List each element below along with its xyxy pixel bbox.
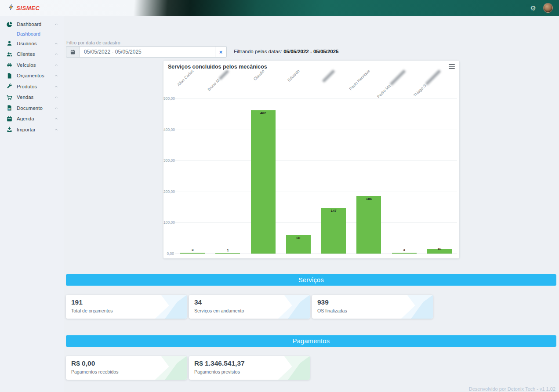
stat-label: Serviços em andamento: [194, 308, 305, 313]
chevron-up-icon: [54, 41, 58, 46]
payments-section-header: Pagamentos: [66, 335, 556, 347]
chart-gridline: [175, 160, 457, 161]
chart-gridline: [175, 222, 457, 223]
hamburger-menu-icon[interactable]: [449, 64, 455, 69]
chevron-up-icon: [54, 106, 58, 110]
svg-text:W: W: [8, 108, 11, 110]
user-avatar[interactable]: [543, 3, 553, 13]
top-header-bar: SISMEC ⚙: [0, 0, 559, 16]
chart-bar: [180, 253, 205, 254]
sidebar-item-label: Documento: [17, 105, 54, 111]
header-actions: ⚙: [530, 3, 553, 13]
stat-label: Pagamentos recebidos: [71, 369, 181, 374]
chart-plot-area: 500,00400,00300,00200,00100,000,00314626…: [175, 98, 457, 254]
users-icon: [6, 51, 13, 58]
service-stat-card: 34Serviços em andamento: [189, 295, 310, 319]
sidebar-item-produtos[interactable]: Produtos: [0, 81, 64, 92]
app-logo[interactable]: SISMEC: [8, 4, 40, 12]
cart-icon: [6, 94, 13, 101]
word-file-icon: W: [6, 105, 13, 111]
sidebar-item-label: Orçamentos: [17, 73, 54, 78]
bar-value-label: 60: [281, 236, 316, 240]
gear-icon[interactable]: ⚙: [530, 5, 536, 11]
services-cards-row: 191Total de orçamentos34Serviços em anda…: [66, 295, 433, 319]
redacted-name-blur: [425, 69, 441, 86]
date-filter-group: ×: [66, 46, 227, 58]
sidebar-item-label: Agenda: [17, 116, 54, 121]
chart-gridline: [175, 254, 457, 254]
sidebar-item-veiculos[interactable]: Veículos: [0, 60, 64, 71]
chart-bar: [251, 110, 276, 254]
chart-gridline: [175, 130, 457, 130]
bar-value-label: 3: [387, 248, 422, 252]
y-axis-tick-label: 200,00: [163, 189, 174, 194]
bar-value-label: 3: [175, 248, 210, 252]
services-section-header: Serviços: [66, 274, 556, 286]
dashboard-page: SISMEC ⚙ DashboardDashboardUsuáriosClien…: [0, 0, 559, 392]
calendar-icon: [6, 116, 13, 122]
sidebar-item-label: Clientes: [17, 51, 54, 57]
y-axis-tick-label: 100,00: [163, 220, 174, 225]
chart-gridline: [175, 192, 457, 192]
service-stat-card: 191Total de orçamentos: [66, 295, 187, 319]
sidebar-item-agenda[interactable]: Agenda: [0, 113, 64, 124]
sidebar-item-usuarios[interactable]: Usuários: [0, 38, 64, 49]
sidebar-item-label: Vendas: [17, 94, 54, 100]
chart-bar: [321, 208, 346, 254]
payments-cards-row: R$ 0,00Pagamentos recebidosR$ 1.346.541,…: [66, 356, 310, 380]
filter-status-prefix: Filtrando pelas datas:: [234, 49, 283, 54]
sidebar-item-orcamentos[interactable]: Orçamentos: [0, 70, 64, 81]
document-icon: [6, 73, 13, 79]
bar-value-label: 16: [422, 247, 457, 251]
stat-label: Total de orçamentos: [71, 308, 181, 313]
sidebar-item-label: Produtos: [17, 84, 54, 89]
sidebar-item-importar[interactable]: Importar: [0, 124, 64, 135]
y-axis-tick-label: 0,00: [163, 251, 174, 256]
sidebar-item-documento[interactable]: WDocumento: [0, 103, 64, 114]
sidebar-item-label: Importar: [17, 127, 54, 132]
sidebar-item-vendas[interactable]: Vendas: [0, 92, 64, 103]
chevron-up-icon: [54, 127, 58, 132]
chart-card: Serviços concluidos pelos mecânicos 500,…: [163, 61, 459, 258]
sidebar-item-clientes[interactable]: Clientes: [0, 49, 64, 60]
sidebar-subitem-dashboard[interactable]: Dashboard: [0, 30, 64, 38]
car-icon: [6, 62, 13, 68]
lightning-bolt-icon: [8, 4, 15, 12]
chart-bar: [215, 253, 240, 254]
footer-credit: Desenvolvido por Detonix Tech - v1 1.02: [469, 386, 555, 392]
bar-value-label: 147: [316, 209, 351, 213]
stat-value: 34: [194, 298, 305, 306]
sidebar-item-dashboard[interactable]: Dashboard: [0, 19, 64, 30]
sidebar-item-label: Veículos: [17, 62, 54, 68]
bar-value-label: 1: [210, 248, 245, 252]
chevron-up-icon: [54, 84, 58, 89]
chevron-up-icon: [54, 73, 58, 78]
chevron-up-icon: [54, 95, 58, 99]
pie-chart-icon: [6, 21, 13, 28]
redacted-name-blur: [322, 69, 335, 83]
chevron-up-icon: [54, 116, 58, 121]
chevron-up-icon: [54, 22, 58, 26]
stat-label: OS finalizadas: [317, 308, 428, 313]
filter-status-dates: 05/05/2022 - 05/05/2025: [283, 49, 338, 54]
bar-value-label: 462: [246, 111, 281, 115]
calendar-icon[interactable]: [66, 46, 79, 58]
filter-status-text: Filtrando pelas datas: 05/05/2022 - 05/0…: [234, 49, 339, 54]
clear-date-filter-button[interactable]: ×: [215, 46, 227, 58]
stat-label: Pagamentos previstos: [194, 369, 305, 374]
bar-value-label: 186: [351, 197, 386, 201]
payment-stat-card: R$ 0,00Pagamentos recebidos: [66, 356, 187, 380]
redacted-name-blur: [389, 69, 406, 86]
chart-bar: [356, 196, 381, 254]
service-stat-card: 939OS finalizadas: [312, 295, 433, 319]
app-logo-text: SISMEC: [16, 5, 40, 11]
sidebar-menu: DashboardDashboardUsuáriosClientesVeícul…: [0, 16, 64, 392]
user-icon: [6, 40, 13, 47]
sidebar-item-label: Usuários: [17, 41, 54, 46]
chevron-up-icon: [54, 63, 58, 67]
date-range-input[interactable]: [79, 46, 215, 58]
chart-bar: [392, 253, 417, 254]
sidebar-item-label: Dashboard: [17, 22, 54, 27]
y-axis-tick-label: 300,00: [163, 158, 174, 163]
stat-value: R$ 1.346.541,37: [194, 359, 305, 367]
